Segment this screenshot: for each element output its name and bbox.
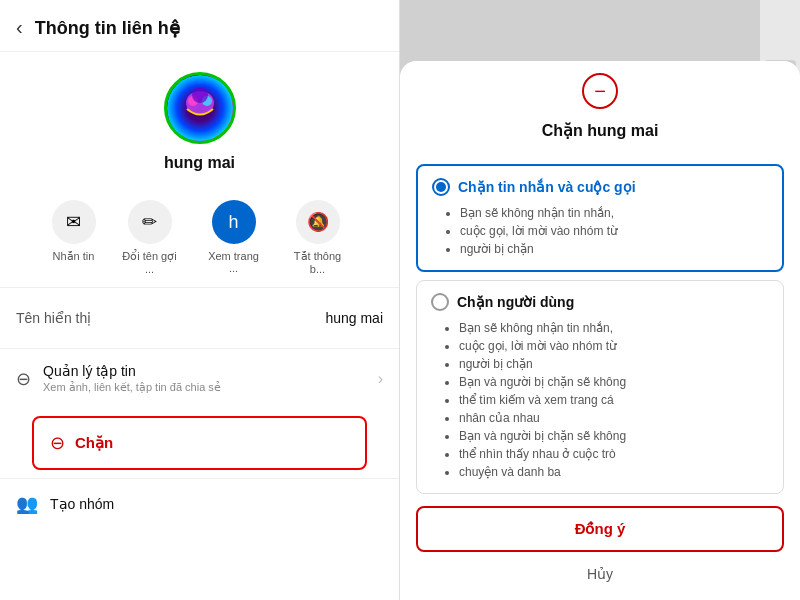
option1-header: Chặn tin nhắn và cuộc gọi	[432, 178, 768, 196]
option2-bullet3: người bị chặn	[459, 355, 769, 373]
xem-trang-label: Xem trang ...	[204, 250, 264, 274]
info-section: Tên hiển thị hung mai	[0, 287, 399, 348]
option2-header: Chặn người dùng	[431, 293, 769, 311]
nhan-tin-icon: ✉	[52, 200, 96, 244]
left-panel: ‹ Thông tin liên hệ	[0, 0, 400, 600]
create-group-item[interactable]: 👥 Tạo nhóm	[0, 478, 399, 529]
quan-ly-content: Quản lý tập tin Xem ảnh, liên kết, tập t…	[43, 363, 378, 394]
option2-title: Chặn người dùng	[457, 294, 574, 310]
block-label: Chặn	[75, 434, 113, 452]
option-block-user[interactable]: Chặn người dùng Bạn sẽ không nhận tin nh…	[416, 280, 784, 494]
tat-thong-icon: 🔕	[296, 200, 340, 244]
minus-circle-icon: −	[582, 73, 618, 109]
quan-ly-icon: ⊖	[16, 368, 31, 390]
option-messages-calls[interactable]: Chặn tin nhắn và cuộc gọi Bạn sẽ không n…	[416, 164, 784, 272]
profile-name: hung mai	[164, 154, 235, 172]
create-group-label: Tạo nhóm	[50, 496, 114, 512]
display-name-row: Tên hiển thị hung mai	[16, 296, 383, 340]
action-buttons: ✉ Nhắn tin ✏ Đổi tên gợi ... h Xem trang…	[0, 188, 399, 287]
option1-title: Chặn tin nhắn và cuộc gọi	[458, 179, 636, 195]
display-name-value: hung mai	[325, 310, 383, 326]
option2-bullet5: thể tìm kiếm và xem trang cá	[459, 391, 769, 409]
cancel-button[interactable]: Hủy	[400, 556, 800, 592]
option1-bullets: Bạn sẽ không nhận tin nhắn, cuộc gọi, lờ…	[432, 204, 768, 258]
tat-thong-label: Tắt thông b...	[288, 250, 348, 275]
option1-bullet1: Bạn sẽ không nhận tin nhắn,	[460, 204, 768, 222]
confirm-button[interactable]: Đồng ý	[416, 506, 784, 552]
option2-bullet4: Bạn và người bị chặn sẽ không	[459, 373, 769, 391]
display-name-label: Tên hiển thị	[16, 310, 91, 326]
radio-option1	[432, 178, 450, 196]
option2-bullet2: cuộc gọi, lời mời vào nhóm từ	[459, 337, 769, 355]
right-panel: 👤 📷 ⊖ ❗ − Chặn hung mai Chặn tin nhắn và…	[400, 0, 800, 600]
modal-header-icon: −	[400, 61, 800, 109]
block-modal: − Chặn hung mai Chặn tin nhắn và cuộc gọ…	[400, 61, 800, 600]
quan-ly-tap-tin-item[interactable]: ⊖ Quản lý tập tin Xem ảnh, liên kết, tập…	[0, 348, 399, 408]
doi-ten-label: Đổi tên gợi ...	[120, 250, 180, 275]
xem-trang-icon: h	[212, 200, 256, 244]
avatar	[164, 72, 236, 144]
quan-ly-arrow: ›	[378, 370, 383, 388]
doi-ten-button[interactable]: ✏ Đổi tên gợi ...	[120, 200, 180, 275]
create-group-icon: 👥	[16, 493, 38, 515]
option2-bullet8: thể nhìn thấy nhau ở cuộc trò	[459, 445, 769, 463]
nhan-tin-button[interactable]: ✉ Nhắn tin	[52, 200, 96, 275]
option2-bullet6: nhân của nhau	[459, 409, 769, 427]
modal-title: Chặn hung mai	[400, 113, 800, 156]
option2-bullet7: Bạn và người bị chặn sẽ không	[459, 427, 769, 445]
profile-section: hung mai	[0, 52, 399, 188]
option1-bullet2: cuộc gọi, lời mời vào nhóm từ	[460, 222, 768, 240]
back-button[interactable]: ‹	[16, 16, 23, 39]
option2-bullet9: chuyện và danh ba	[459, 463, 769, 481]
option1-bullet3: người bị chặn	[460, 240, 768, 258]
page-title: Thông tin liên hệ	[35, 17, 180, 39]
svg-point-4	[192, 87, 208, 103]
doi-ten-icon: ✏	[128, 200, 172, 244]
tat-thong-button[interactable]: 🔕 Tắt thông b...	[288, 200, 348, 275]
xem-trang-button[interactable]: h Xem trang ...	[204, 200, 264, 275]
nhan-tin-label: Nhắn tin	[53, 250, 95, 263]
option2-bullets: Bạn sẽ không nhận tin nhắn, cuộc gọi, lờ…	[431, 319, 769, 481]
block-button[interactable]: ⊖ Chặn	[32, 416, 367, 470]
quan-ly-title: Quản lý tập tin	[43, 363, 378, 379]
contact-info-header: ‹ Thông tin liên hệ	[0, 0, 399, 52]
block-section: ⊖ Chặn	[0, 408, 399, 478]
block-icon: ⊖	[50, 432, 65, 454]
radio-option2	[431, 293, 449, 311]
option2-bullet1: Bạn sẽ không nhận tin nhắn,	[459, 319, 769, 337]
quan-ly-subtitle: Xem ảnh, liên kết, tập tin đã chia sẻ	[43, 381, 378, 394]
